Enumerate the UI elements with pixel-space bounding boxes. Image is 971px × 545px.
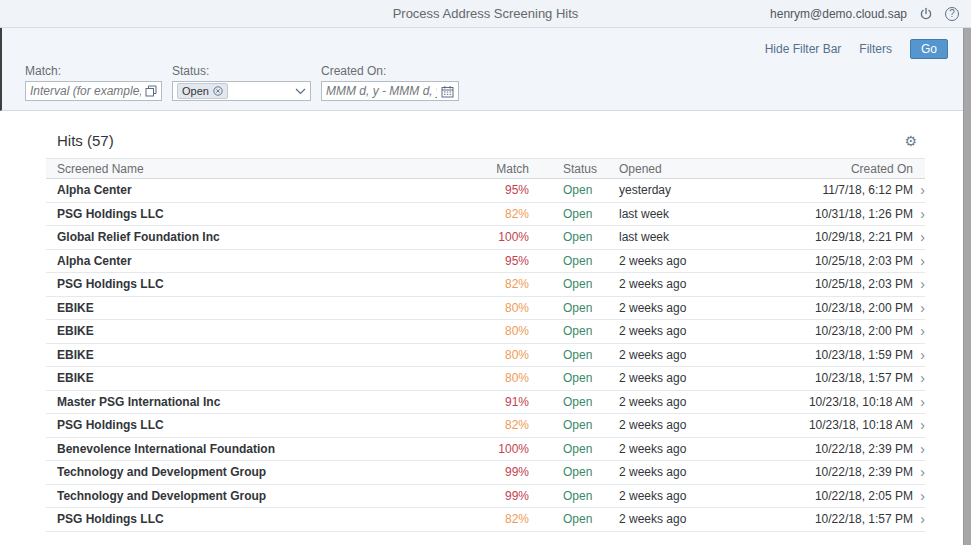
calendar-icon[interactable]	[441, 85, 454, 98]
screened-name-cell: EBIKE	[57, 301, 487, 315]
status-filter-label: Status:	[172, 64, 311, 78]
column-header-row: Screened Name Match Status Opened Create…	[46, 159, 925, 179]
row-navigation-chevron-icon[interactable]: ›	[913, 348, 925, 362]
status-cell: Open	[529, 277, 619, 291]
screened-name-cell: Technology and Development Group	[57, 489, 487, 503]
match-percent-cell: 99%	[487, 489, 529, 503]
table-row[interactable]: Master PSG International Inc 91% Open 2 …	[46, 391, 925, 415]
table-row[interactable]: EBIKE 80% Open 2 weeks ago 10/23/18, 2:0…	[46, 297, 925, 321]
row-navigation-chevron-icon[interactable]: ›	[913, 301, 925, 315]
help-icon[interactable]: ?	[945, 7, 959, 21]
match-percent-cell: 82%	[487, 418, 529, 432]
chevron-down-icon[interactable]	[295, 88, 306, 95]
shell-header: Process Address Screening Hits henrym@de…	[0, 0, 971, 28]
match-percent-cell: 80%	[487, 301, 529, 315]
row-navigation-chevron-icon[interactable]: ›	[913, 230, 925, 244]
screened-name-cell: Technology and Development Group	[57, 465, 487, 479]
row-navigation-chevron-icon[interactable]: ›	[913, 277, 925, 291]
table-row[interactable]: Alpha Center 95% Open 2 weeks ago 10/25/…	[46, 250, 925, 274]
match-percent-cell: 80%	[487, 348, 529, 362]
filter-fields: Match: Status: Open	[25, 64, 948, 101]
match-percent-cell: 80%	[487, 371, 529, 385]
filter-bar: Hide Filter Bar Filters Go Match: Status…	[0, 28, 971, 111]
opened-cell: 2 weeks ago	[619, 489, 739, 503]
opened-cell: 2 weeks ago	[619, 371, 739, 385]
status-cell: Open	[529, 371, 619, 385]
status-cell: Open	[529, 442, 619, 456]
opened-cell: 2 weeks ago	[619, 277, 739, 291]
go-button[interactable]: Go	[910, 39, 948, 59]
screened-name-cell: Alpha Center	[57, 254, 487, 268]
hide-filter-bar-link[interactable]: Hide Filter Bar	[765, 42, 842, 56]
status-filter-field: Status: Open	[172, 64, 311, 101]
logout-icon[interactable]	[919, 7, 933, 21]
screened-name-cell: PSG Holdings LLC	[57, 277, 487, 291]
table-row[interactable]: Alpha Center 95% Open yesterday 11/7/18,…	[46, 179, 925, 203]
match-filter-field: Match:	[25, 64, 162, 101]
screened-name-cell: PSG Holdings LLC	[57, 418, 487, 432]
opened-cell: last week	[619, 207, 739, 221]
opened-cell: 2 weeks ago	[619, 348, 739, 362]
table-row[interactable]: EBIKE 80% Open 2 weeks ago 10/23/18, 2:0…	[46, 320, 925, 344]
token-remove-icon[interactable]	[213, 86, 223, 96]
created-on-input[interactable]	[326, 84, 437, 98]
screened-name-cell: PSG Holdings LLC	[57, 207, 487, 221]
match-filter-input[interactable]	[30, 84, 141, 98]
row-navigation-chevron-icon[interactable]: ›	[913, 254, 925, 268]
table-row[interactable]: Technology and Development Group 99% Ope…	[46, 485, 925, 509]
table-row[interactable]: Benevolence International Foundation 100…	[46, 438, 925, 462]
status-cell: Open	[529, 207, 619, 221]
table-row[interactable]: EBIKE 80% Open 2 weeks ago 10/23/18, 1:5…	[46, 367, 925, 391]
match-filter-input-box	[25, 81, 162, 101]
opened-cell: 2 weeks ago	[619, 465, 739, 479]
row-navigation-chevron-icon[interactable]: ›	[913, 371, 925, 385]
table-row[interactable]: Global Relief Foundation Inc 100% Open l…	[46, 226, 925, 250]
status-cell: Open	[529, 324, 619, 338]
row-navigation-chevron-icon[interactable]: ›	[913, 512, 925, 526]
status-cell: Open	[529, 183, 619, 197]
created-on-filter-field: Created On:	[321, 64, 459, 101]
row-navigation-chevron-icon[interactable]: ›	[913, 324, 925, 338]
match-percent-cell: 99%	[487, 465, 529, 479]
column-header-created-on: Created On	[739, 162, 913, 176]
column-header-opened: Opened	[619, 162, 739, 176]
screened-name-cell: Master PSG International Inc	[57, 395, 487, 409]
match-percent-cell: 95%	[487, 183, 529, 197]
created-on-cell: 10/23/18, 10:18 AM	[739, 395, 913, 409]
row-navigation-chevron-icon[interactable]: ›	[913, 489, 925, 503]
table-row[interactable]: PSG Holdings LLC 82% Open 2 weeks ago 10…	[46, 508, 925, 532]
table-row[interactable]: PSG Holdings LLC 82% Open 2 weeks ago 10…	[46, 273, 925, 297]
row-navigation-chevron-icon[interactable]: ›	[913, 465, 925, 479]
opened-cell: 2 weeks ago	[619, 395, 739, 409]
hits-count-title: Hits (57)	[57, 132, 114, 149]
vertical-scrollbar[interactable]	[963, 28, 971, 545]
row-navigation-chevron-icon[interactable]: ›	[913, 395, 925, 409]
status-token-label: Open	[182, 85, 209, 97]
row-navigation-chevron-icon[interactable]: ›	[913, 207, 925, 221]
match-percent-cell: 80%	[487, 324, 529, 338]
opened-cell: 2 weeks ago	[619, 301, 739, 315]
status-token-open[interactable]: Open	[177, 83, 228, 99]
status-cell: Open	[529, 230, 619, 244]
opened-cell: 2 weeks ago	[619, 442, 739, 456]
created-on-cell: 10/22/18, 2:39 PM	[739, 442, 913, 456]
table-settings-gear-icon[interactable]: ⚙	[904, 133, 917, 149]
table-row[interactable]: PSG Holdings LLC 82% Open 2 weeks ago 10…	[46, 414, 925, 438]
filters-link[interactable]: Filters	[859, 42, 892, 56]
created-on-cell: 10/25/18, 2:03 PM	[739, 277, 913, 291]
opened-cell: 2 weeks ago	[619, 418, 739, 432]
hits-table-header: Hits (57) ⚙	[46, 111, 925, 159]
created-on-cell: 10/23/18, 1:59 PM	[739, 348, 913, 362]
status-filter-combobox[interactable]: Open	[172, 81, 311, 101]
row-navigation-chevron-icon[interactable]: ›	[913, 418, 925, 432]
match-filter-label: Match:	[25, 64, 162, 78]
table-row[interactable]: EBIKE 80% Open 2 weeks ago 10/23/18, 1:5…	[46, 344, 925, 368]
row-navigation-chevron-icon[interactable]: ›	[913, 183, 925, 197]
table-row[interactable]: PSG Holdings LLC 82% Open last week 10/3…	[46, 203, 925, 227]
status-cell: Open	[529, 418, 619, 432]
value-help-icon[interactable]	[145, 85, 157, 97]
row-navigation-chevron-icon[interactable]: ›	[913, 442, 925, 456]
table-row[interactable]: Technology and Development Group 99% Ope…	[46, 461, 925, 485]
shell-user-area: henrym@demo.cloud.sap ?	[770, 7, 971, 21]
created-on-filter-label: Created On:	[321, 64, 459, 78]
